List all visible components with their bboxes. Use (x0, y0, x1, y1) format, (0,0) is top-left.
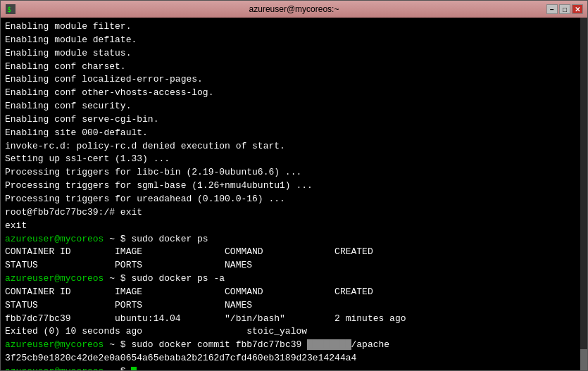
output-line: Enabling site 000-default. (5, 127, 576, 140)
output-line: STATUS PORTS NAMES (5, 259, 576, 272)
output-line: Enabling conf security. (5, 100, 576, 113)
output-line: STATUS PORTS NAMES (5, 299, 576, 313)
terminal-output[interactable]: Enabling module filter. Enabling module … (1, 18, 580, 370)
output-line: Enabling conf serve-cgi-bin. (5, 113, 576, 127)
minimize-button[interactable]: − (546, 4, 558, 14)
output-line: Setting up ssl-cert (1.33) ... (5, 153, 576, 166)
window-controls: − □ ✕ (546, 4, 583, 14)
output-line: fbb7dc77bc39 ubuntu:14.04 "/bin/bash" 2 … (5, 313, 576, 326)
output-line: Enabling module status. (5, 47, 576, 61)
output-line: Enabling module deflate. (5, 34, 576, 47)
output-line: Processing triggers for ureadahead (0.10… (5, 193, 576, 206)
output-line: 3f25cb9e1820c42de2e0a0654a65ebaba2b2162d… (5, 352, 576, 365)
titlebar: $ azureuser@mycoreos:~ − □ ✕ (1, 1, 587, 18)
close-button[interactable]: ✕ (572, 4, 583, 14)
cursor-block (131, 367, 137, 370)
scroll-thumb[interactable] (580, 349, 587, 370)
prompt-line: azureuser@mycoreos ~ $ sudo docker ps -a (5, 272, 576, 286)
svg-text:$: $ (7, 6, 11, 13)
prompt-line: azureuser@mycoreos ~ $ sudo docker ps (5, 233, 576, 246)
scrollbar[interactable] (580, 18, 587, 370)
output-line: Exited (0) 10 seconds ago stoic_yalow (5, 325, 576, 339)
output-line: Enabling conf other-vhosts-access-log. (5, 87, 576, 100)
output-line: Enabling conf charset. (5, 61, 576, 74)
output-line: exit (5, 220, 576, 233)
output-line: invoke-rc.d: policy-rc.d denied executio… (5, 140, 576, 153)
terminal-window: $ azureuser@mycoreos:~ − □ ✕ Enabling mo… (0, 0, 588, 371)
output-line: CONTAINER ID IMAGE COMMAND CREATED (5, 286, 576, 299)
prompt-line: azureuser@mycoreos ~ $ sudo docker commi… (5, 339, 576, 352)
output-line: root@fbb7dc77bc39:/# exit (5, 206, 576, 220)
output-line: Processing triggers for libc-bin (2.19-0… (5, 166, 576, 180)
output-line: Enabling module filter. (5, 20, 576, 34)
terminal-icon: $ (5, 4, 16, 15)
prompt-line: azureuser@mycoreos ~ $ (5, 365, 576, 370)
output-line: CONTAINER ID IMAGE COMMAND CREATED (5, 246, 576, 259)
output-line: Enabling conf localized-error-pages. (5, 73, 576, 87)
output-line: Processing triggers for sgml-base (1.26+… (5, 180, 576, 193)
window-title: azureuser@mycoreos:~ (249, 4, 339, 14)
maximize-button[interactable]: □ (559, 4, 570, 14)
